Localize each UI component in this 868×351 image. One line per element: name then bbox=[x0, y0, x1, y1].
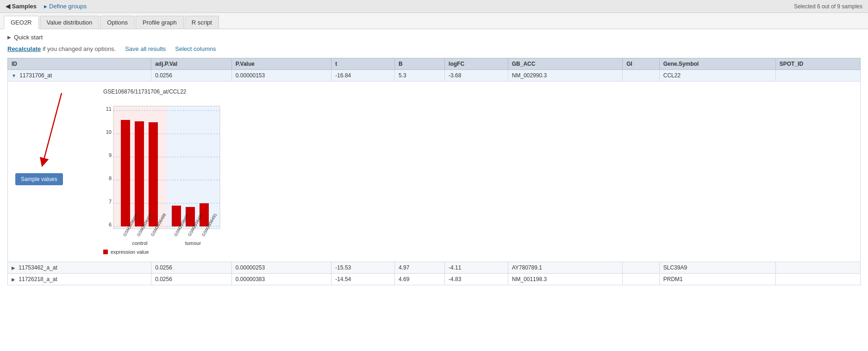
row3-gbacc: NM_001198.3 bbox=[508, 274, 623, 285]
svg-text:6: 6 bbox=[109, 222, 112, 227]
col-t: t bbox=[331, 58, 395, 70]
col-spotid: SPOT_ID bbox=[775, 58, 860, 70]
col-id: ID bbox=[8, 58, 151, 70]
col-b: B bbox=[394, 58, 444, 70]
svg-text:9: 9 bbox=[109, 152, 112, 158]
expanded-pvalue: 0.00000153 bbox=[231, 70, 331, 81]
row2-gbacc: AY780789.1 bbox=[508, 262, 623, 274]
chart-legend: expression value bbox=[103, 249, 224, 255]
expanded-t: -16.84 bbox=[331, 70, 395, 81]
col-logfc: logFC bbox=[445, 58, 508, 70]
row3-t: -14.54 bbox=[331, 274, 395, 285]
recalculate-text: if you changed any options. bbox=[41, 45, 116, 52]
row2-b: 4.97 bbox=[394, 262, 444, 274]
svg-line-0 bbox=[43, 93, 62, 163]
row2-logfc: -4.11 bbox=[445, 262, 508, 274]
expanded-row-id[interactable]: ▼ 11731706_at bbox=[8, 70, 151, 81]
profile-chart-svg: 11 10 9 8 7 6 bbox=[103, 98, 224, 246]
top-bar: ◀ Samples Define groups Selected 6 out o… bbox=[0, 0, 868, 13]
row2-expand-toggle[interactable]: ▶ bbox=[12, 265, 15, 270]
svg-text:control: control bbox=[132, 240, 147, 246]
svg-rect-17 bbox=[135, 121, 144, 226]
data-table: ID adj.P.Val P.Value t B logFC GB_ACC GI… bbox=[7, 58, 861, 285]
expanded-gbacc: NM_002990.3 bbox=[508, 70, 623, 81]
sample-values-button[interactable]: Sample values bbox=[15, 173, 63, 185]
row2-t: -15.53 bbox=[331, 262, 395, 274]
table-row-expanded: ▼ 11731706_at 0.0256 0.00000153 -16.84 5… bbox=[8, 70, 861, 81]
row3-id-label: 11726218_a_at bbox=[19, 276, 57, 282]
row2-pvalue: 0.00000253 bbox=[231, 262, 331, 274]
col-adj-pval: adj.P.Val bbox=[151, 58, 232, 70]
legend-color-square bbox=[103, 250, 108, 254]
svg-rect-18 bbox=[149, 122, 158, 226]
tab-geo2r[interactable]: GEO2R bbox=[4, 16, 39, 29]
row3-genesymbol: PRDM1 bbox=[659, 274, 775, 285]
row2-adj-pval: 0.0256 bbox=[151, 262, 232, 274]
row3-adj-pval: 0.0256 bbox=[151, 274, 232, 285]
table-header-row: ID adj.P.Val P.Value t B logFC GB_ACC GI… bbox=[8, 58, 861, 70]
expanded-adj-pval: 0.0256 bbox=[151, 70, 232, 81]
row3-logfc: -4.83 bbox=[445, 274, 508, 285]
row2-id-label: 11753462_a_at bbox=[19, 264, 57, 271]
selected-info: Selected 6 out of 9 samples bbox=[794, 3, 862, 10]
expanded-logfc: -3.68 bbox=[445, 70, 508, 81]
col-pvalue: P.Value bbox=[231, 58, 331, 70]
row2-id[interactable]: ▶ 11753462_a_at bbox=[8, 262, 151, 274]
row3-pvalue: 0.00000383 bbox=[231, 274, 331, 285]
table-row: ▶ 11753462_a_at 0.0256 0.00000253 -15.53… bbox=[8, 262, 861, 274]
define-groups-link[interactable]: Define groups bbox=[44, 3, 87, 10]
chart-title: GSE106876/11731706_at/CCL22 bbox=[103, 88, 224, 95]
col-genesymbol: Gene.Symbol bbox=[659, 58, 775, 70]
expanded-spotid bbox=[775, 70, 860, 81]
row2-genesymbol: SLC39A9 bbox=[659, 262, 775, 274]
svg-text:8: 8 bbox=[109, 176, 112, 181]
row3-expand-toggle[interactable]: ▶ bbox=[12, 277, 15, 282]
save-all-results-link[interactable]: Save all results bbox=[125, 45, 166, 52]
row3-id[interactable]: ▶ 11726218_a_at bbox=[8, 274, 151, 285]
select-columns-link[interactable]: Select columns bbox=[175, 45, 216, 52]
svg-text:10: 10 bbox=[106, 129, 112, 135]
row3-b: 4.69 bbox=[394, 274, 444, 285]
main-content: Quick start Recalculate if you changed a… bbox=[0, 29, 868, 290]
samples-title[interactable]: ◀ Samples bbox=[6, 3, 37, 10]
tab-options[interactable]: Options bbox=[100, 16, 135, 29]
expand-toggle[interactable]: ▼ bbox=[12, 73, 16, 78]
svg-text:11: 11 bbox=[106, 106, 112, 112]
recalculate-link[interactable]: Recalculate bbox=[7, 45, 41, 52]
expanded-gi bbox=[623, 70, 660, 81]
svg-text:7: 7 bbox=[109, 199, 112, 204]
row2-gi bbox=[623, 262, 660, 274]
expanded-detail-row: Sample values GSE106876/11731706_at/CCL2… bbox=[8, 81, 861, 262]
col-gi: GI bbox=[623, 58, 660, 70]
svg-text:tumour: tumour bbox=[185, 240, 201, 246]
row2-spotid bbox=[775, 262, 860, 274]
chart-wrapper: GSE106876/11731706_at/CCL22 11 10 9 8 7 bbox=[89, 88, 224, 255]
top-bar-left: ◀ Samples Define groups bbox=[6, 3, 87, 10]
col-gbacc: GB_ACC bbox=[508, 58, 623, 70]
actions-row: Recalculate if you changed any options. … bbox=[7, 45, 861, 52]
quick-start[interactable]: Quick start bbox=[7, 34, 861, 41]
row3-spotid bbox=[775, 274, 860, 285]
table-row: ▶ 11726218_a_at 0.0256 0.00000383 -14.54… bbox=[8, 274, 861, 285]
svg-rect-16 bbox=[121, 120, 130, 226]
expanded-genesymbol: CCL22 bbox=[659, 70, 775, 81]
quick-start-label: Quick start bbox=[14, 34, 43, 41]
arrow-area: Sample values bbox=[15, 88, 80, 192]
expanded-detail: Sample values GSE106876/11731706_at/CCL2… bbox=[12, 84, 856, 259]
tab-value-distribution[interactable]: Value distribution bbox=[40, 16, 100, 29]
tab-profile-graph[interactable]: Profile graph bbox=[136, 16, 184, 29]
row3-gi bbox=[623, 274, 660, 285]
expanded-b: 5.3 bbox=[394, 70, 444, 81]
chart-svg-container: 11 10 9 8 7 6 bbox=[103, 98, 224, 247]
expanded-id-label: 11731706_at bbox=[19, 72, 52, 79]
tabs-bar: GEO2R Value distribution Options Profile… bbox=[0, 13, 868, 29]
legend-label: expression value bbox=[111, 249, 149, 255]
tab-r-script[interactable]: R script bbox=[185, 16, 219, 29]
expanded-detail-cell: Sample values GSE106876/11731706_at/CCL2… bbox=[8, 81, 861, 262]
